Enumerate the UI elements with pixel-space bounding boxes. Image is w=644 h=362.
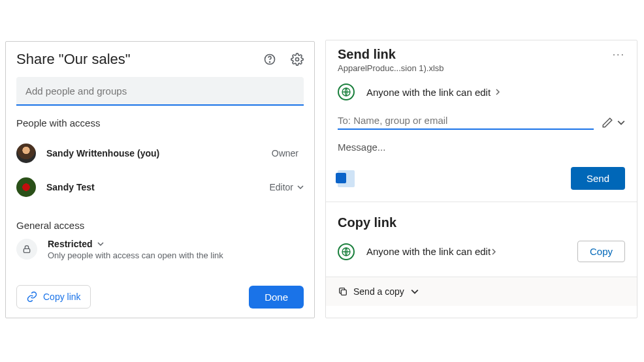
to-edit-controls[interactable] bbox=[602, 117, 625, 128]
send-link-title: Send link bbox=[338, 47, 396, 62]
share-footer: Copy link Done bbox=[16, 285, 304, 309]
link-icon bbox=[26, 291, 38, 303]
chevron-down-icon bbox=[411, 288, 419, 295]
general-access-row: Restricted Only people with access can o… bbox=[16, 239, 304, 260]
svg-rect-3 bbox=[24, 249, 29, 252]
person-row: Sandy Test Editor bbox=[16, 170, 304, 204]
share-title: Share "Our sales" bbox=[16, 51, 131, 68]
message-input[interactable]: Message... bbox=[338, 142, 625, 153]
chevron-right-icon bbox=[491, 249, 497, 255]
copy-button[interactable]: Copy bbox=[577, 241, 625, 262]
restricted-dropdown[interactable]: Restricted bbox=[48, 239, 223, 249]
copy-icon bbox=[338, 286, 348, 297]
person-name: Sandy Writtenhouse (you) bbox=[46, 148, 272, 158]
avatar bbox=[16, 143, 36, 163]
help-icon[interactable] bbox=[263, 53, 276, 66]
svg-point-1 bbox=[270, 62, 270, 63]
file-name: ApparelProduc...sion 1).xlsb bbox=[338, 63, 625, 73]
lock-icon bbox=[16, 239, 37, 260]
people-with-access-label: People with access bbox=[16, 117, 304, 128]
restricted-block: Restricted Only people with access can o… bbox=[48, 239, 223, 260]
copy-link-section: Copy link Anyone with the link can edit … bbox=[326, 202, 637, 277]
to-input-wrap bbox=[338, 115, 594, 130]
person-name: Sandy Test bbox=[46, 182, 269, 192]
send-link-header: Send link ··· bbox=[338, 47, 625, 62]
role-label: Editor bbox=[269, 182, 293, 192]
to-input[interactable] bbox=[338, 115, 594, 126]
svg-point-2 bbox=[296, 58, 299, 61]
copy-link-permission-text: Anyone with the link can edit bbox=[366, 246, 491, 257]
copy-link-label: Copy link bbox=[43, 292, 81, 302]
gear-icon[interactable] bbox=[291, 53, 304, 66]
done-button[interactable]: Done bbox=[249, 286, 304, 309]
copy-link-title: Copy link bbox=[338, 215, 625, 230]
copy-link-perm[interactable]: Anyone with the link can edit bbox=[338, 243, 497, 260]
copy-link-row: Anyone with the link can edit Copy bbox=[338, 241, 625, 262]
to-row bbox=[338, 115, 625, 130]
share-dialog: Share "Our sales" People with access San… bbox=[5, 41, 315, 318]
pencil-icon bbox=[602, 117, 613, 128]
person-row: Sandy Writtenhouse (you) Owner bbox=[16, 136, 304, 170]
more-icon[interactable]: ··· bbox=[613, 49, 625, 61]
role-dropdown[interactable]: Editor bbox=[269, 182, 304, 192]
outlook-icon[interactable] bbox=[338, 170, 355, 187]
role-label: Owner bbox=[272, 148, 298, 158]
send-copy-section: Send a copy bbox=[326, 277, 637, 306]
send-button[interactable]: Send bbox=[571, 167, 625, 190]
chevron-down-icon bbox=[97, 241, 104, 247]
svg-rect-6 bbox=[341, 290, 346, 295]
chevron-down-icon bbox=[297, 184, 304, 190]
chevron-down-icon bbox=[617, 119, 625, 127]
restricted-description: Only people with access can open with th… bbox=[48, 250, 223, 260]
share-header-icons bbox=[263, 53, 304, 66]
send-copy-dropdown[interactable]: Send a copy bbox=[338, 286, 625, 297]
send-link-section: Send link ··· ApparelProduc...sion 1).xl… bbox=[326, 40, 637, 202]
send-row: Send bbox=[338, 167, 625, 190]
globe-icon bbox=[338, 83, 355, 100]
send-link-dialog: Send link ··· ApparelProduc...sion 1).xl… bbox=[325, 40, 637, 318]
general-access-section: General access Restricted Only people wi… bbox=[16, 220, 304, 260]
send-copy-label: Send a copy bbox=[353, 286, 404, 297]
avatar bbox=[16, 177, 36, 197]
chevron-right-icon bbox=[494, 89, 501, 95]
share-header: Share "Our sales" bbox=[16, 51, 304, 68]
restricted-label: Restricted bbox=[48, 239, 92, 249]
add-people-input[interactable] bbox=[16, 77, 304, 106]
copy-link-button[interactable]: Copy link bbox=[16, 285, 91, 309]
link-permission-text: Anyone with the link can edit bbox=[366, 87, 491, 98]
link-permissions-row[interactable]: Anyone with the link can edit bbox=[338, 83, 625, 100]
globe-icon bbox=[338, 243, 355, 260]
general-access-label: General access bbox=[16, 220, 304, 231]
